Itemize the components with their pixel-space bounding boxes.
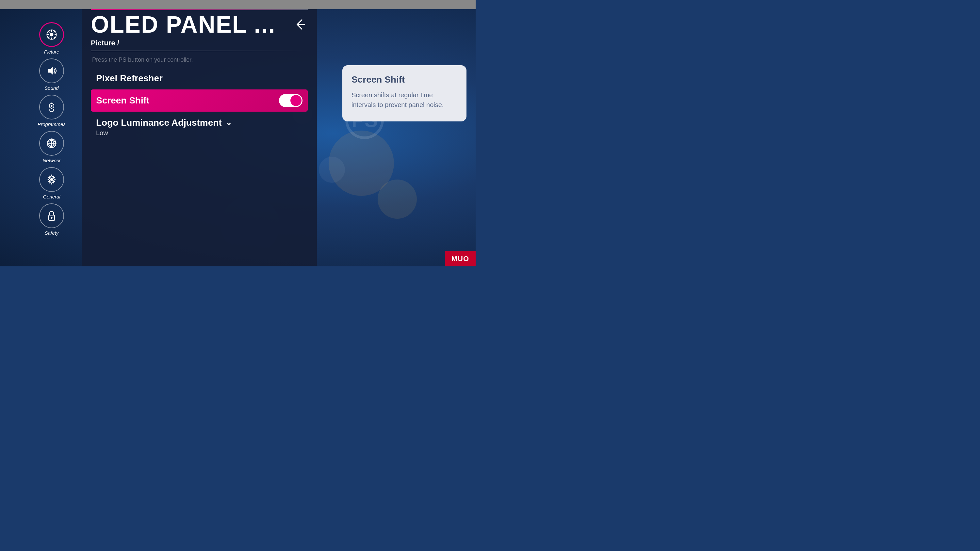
network-icon-circle [39,131,64,156]
panel-title-row: OLED PANEL ... [91,13,308,36]
svg-point-19 [50,178,53,181]
panel-divider [91,51,308,51]
sidebar-item-network[interactable]: Network [29,131,75,163]
muo-label: MUO [452,255,469,263]
sidebar-item-safety[interactable]: Safety [29,203,75,236]
tooltip-card: Screen Shift Screen shifts at regular ti… [342,65,466,121]
svg-line-6 [48,31,50,33]
sidebar: Picture Sound Programmes [22,9,81,266]
toggle-knob [290,95,302,106]
main-panel: OLED PANEL ... Picture / Press the PS bu… [82,9,317,266]
logo-luminance-title-row: Logo Luminance Adjustment ⌄ [96,118,302,128]
svg-point-1 [50,33,54,37]
sidebar-label-network: Network [43,158,60,163]
sidebar-label-picture: Picture [44,49,59,54]
bokeh-3 [319,157,345,183]
bokeh-2 [378,179,417,219]
sidebar-label-safety: Safety [45,230,59,236]
safety-icon [46,210,57,222]
menu-item-logo-luminance[interactable]: Logo Luminance Adjustment ⌄ Low [91,113,308,141]
general-icon [46,174,57,186]
sidebar-item-programmes[interactable]: Programmes [29,95,75,127]
svg-line-8 [54,31,55,33]
logo-luminance-value: Low [96,129,302,137]
sound-icon [46,65,57,77]
sidebar-label-general: General [43,194,60,199]
tooltip-body: Screen shifts at regular time intervals … [352,90,457,110]
svg-marker-10 [48,67,52,75]
back-button[interactable] [291,16,308,33]
screen-shift-label: Screen Shift [96,95,149,106]
breadcrumb: Picture / [91,39,308,47]
pixel-refresher-label: Pixel Refresher [96,73,163,83]
menu-item-screen-shift[interactable]: Screen Shift [91,89,308,112]
network-icon [46,137,57,149]
safety-icon-circle [39,203,64,228]
sidebar-label-programmes: Programmes [38,121,66,127]
screen-shift-toggle[interactable] [279,94,302,107]
sidebar-label-sound: Sound [45,85,59,91]
picture-icon [46,29,57,40]
sidebar-item-sound[interactable]: Sound [29,59,75,91]
chevron-down-icon: ⌄ [226,119,232,127]
panel-title-text: OLED PANEL ... [91,13,275,36]
ps-hint: Press the PS button on your controller. [92,57,308,64]
svg-line-7 [54,37,55,38]
picture-icon-circle [39,22,64,47]
muo-badge: MUO [445,251,476,266]
menu-item-pixel-refresher[interactable]: Pixel Refresher [91,68,308,88]
svg-line-9 [48,37,50,38]
panel-top-line [91,9,308,10]
back-icon [292,17,306,32]
svg-point-21 [51,217,52,219]
sidebar-item-picture[interactable]: Picture [29,22,75,54]
top-bar [0,0,476,9]
logo-luminance-label: Logo Luminance Adjustment [96,118,222,128]
programmes-icon-circle [39,95,64,119]
tooltip-title: Screen Shift [352,75,457,85]
sidebar-item-general[interactable]: General [29,167,75,199]
general-icon-circle [39,167,64,192]
sound-icon-circle [39,59,64,83]
svg-point-12 [51,105,52,107]
programmes-icon [46,101,57,113]
